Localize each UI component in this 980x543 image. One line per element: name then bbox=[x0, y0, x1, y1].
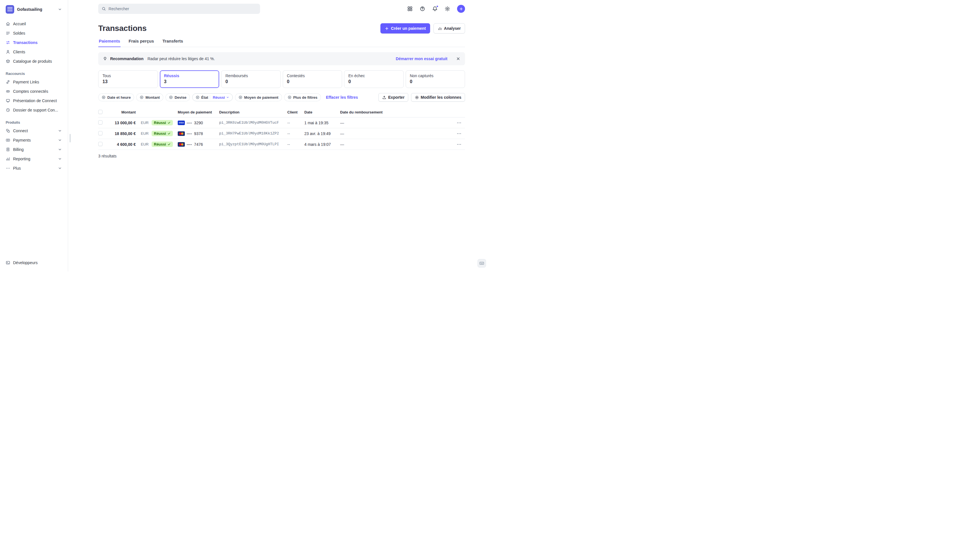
tab[interactable]: Transferts bbox=[162, 38, 184, 47]
row-overflow-menu-icon[interactable] bbox=[457, 131, 461, 136]
create-payment-button[interactable]: Créer un paiement bbox=[380, 23, 430, 33]
analyze-button[interactable]: Analyser bbox=[433, 23, 465, 33]
sidebar-product-item[interactable]: Reporting bbox=[3, 154, 64, 163]
sidebar-product-item[interactable]: Billing bbox=[3, 145, 64, 154]
column-header-client[interactable]: Client bbox=[287, 110, 304, 114]
column-header-amount[interactable]: Montant bbox=[108, 110, 138, 114]
edit-columns-button[interactable]: Modifier les colonnes bbox=[411, 93, 465, 102]
export-button[interactable]: Exporter bbox=[379, 93, 408, 102]
help-icon bbox=[420, 6, 425, 12]
filter-pill[interactable]: Devise bbox=[165, 93, 190, 101]
column-header-payment-method[interactable]: Moyen de paiement bbox=[178, 110, 219, 114]
filter-card[interactable]: Remboursés 0 bbox=[221, 70, 281, 88]
filter-card[interactable]: Non capturés 0 bbox=[406, 70, 465, 88]
close-icon[interactable] bbox=[456, 56, 460, 61]
sidebar-item[interactable]: Soldes bbox=[3, 29, 64, 37]
topbar-icon-button[interactable] bbox=[420, 6, 425, 12]
filter-pill[interactable]: Montant bbox=[136, 93, 163, 101]
filter-card[interactable]: En échec 0 bbox=[344, 70, 404, 88]
main-area: Transactions Créer un paiement Analyser bbox=[68, 0, 490, 272]
row-overflow-menu-icon[interactable] bbox=[457, 120, 461, 125]
chevron-down-icon bbox=[57, 157, 62, 161]
start-trial-link[interactable]: Démarrer mon essai gratuit bbox=[396, 56, 447, 61]
sidebar-shortcut-item[interactable]: Comptes connectés bbox=[3, 87, 64, 95]
row-checkbox[interactable] bbox=[98, 131, 102, 135]
payment-links-icon bbox=[6, 80, 10, 84]
sidebar-item-label: Catalogue de produits bbox=[13, 59, 52, 64]
column-header-description[interactable]: Description bbox=[219, 110, 287, 114]
description-cell: pi_3QyzptE1UblM0ydM0UgHTLPI bbox=[219, 142, 287, 146]
sidebar-shortcut-item[interactable]: Présentation de Connect bbox=[3, 96, 64, 105]
column-header-refund-date[interactable]: Date du remboursement bbox=[340, 110, 453, 114]
filter-card-label: Non capturés bbox=[410, 73, 461, 78]
topbar-icon-button[interactable] bbox=[407, 6, 413, 12]
filter-pill[interactable]: Plus de filtres bbox=[284, 93, 321, 101]
sidebar-item-label: Reporting bbox=[13, 157, 30, 161]
select-all-checkbox[interactable] bbox=[98, 110, 102, 114]
payment-method-cell: •••• 7476 bbox=[178, 142, 219, 147]
search-input[interactable] bbox=[108, 6, 257, 11]
tab[interactable]: Frais perçus bbox=[128, 38, 154, 47]
currency-cell: EUR bbox=[138, 121, 151, 125]
visa-icon: VISA bbox=[178, 121, 185, 125]
create-button[interactable] bbox=[457, 5, 465, 13]
refund-date-cell: — bbox=[340, 142, 453, 147]
home-icon bbox=[6, 22, 10, 26]
sidebar-product-item[interactable]: Payments bbox=[3, 136, 64, 144]
sidebar-scrollbar-thumb[interactable] bbox=[70, 134, 71, 143]
filter-pill-label: Devise bbox=[175, 95, 186, 100]
connect-icon bbox=[6, 129, 10, 133]
amount-cell: 13 000,00 € bbox=[108, 121, 138, 125]
sidebar-shortcuts-nav: Payment Links Comptes connectés Présenta… bbox=[3, 78, 64, 114]
connect-overview-icon bbox=[6, 98, 10, 103]
tab-bar: Paiements Frais perçus Transferts bbox=[98, 38, 465, 47]
filter-card[interactable]: Réussis 3 bbox=[160, 70, 220, 88]
search-bar[interactable] bbox=[98, 4, 260, 14]
sidebar-item-label: Soldes bbox=[13, 31, 25, 35]
check-icon bbox=[167, 132, 170, 135]
sidebar-item[interactable]: Accueil bbox=[3, 19, 64, 28]
support-folder-icon bbox=[6, 108, 10, 112]
sidebar-item-developers[interactable]: Développeurs bbox=[3, 258, 64, 267]
row-overflow-menu-icon[interactable] bbox=[457, 142, 461, 147]
keyboard-shortcuts-button[interactable] bbox=[477, 259, 486, 268]
plus-icon bbox=[385, 26, 389, 31]
filter-row: Date et heure Montant Devise bbox=[98, 93, 465, 102]
chevron-down-icon bbox=[226, 95, 229, 99]
sidebar-shortcut-item[interactable]: Dossier de support Con... bbox=[3, 106, 64, 114]
table-row[interactable]: 4 600,00 € EUR Réussi •••• bbox=[98, 139, 465, 150]
currency-cell: EUR bbox=[138, 131, 151, 136]
sidebar-product-item[interactable]: Connect bbox=[3, 126, 64, 135]
sidebar-item[interactable]: Transactions bbox=[3, 38, 64, 47]
sidebar-item-label: Transactions bbox=[13, 40, 38, 45]
sidebar-item-label: Billing bbox=[13, 147, 24, 152]
table-row[interactable]: 13 000,00 € EUR Réussi VISA •••• bbox=[98, 117, 465, 128]
sidebar-shortcut-item[interactable]: Payment Links bbox=[3, 78, 64, 86]
account-switcher[interactable]: Gofastsailing bbox=[3, 4, 64, 15]
filter-pill[interactable]: Moyen de paiement bbox=[235, 93, 282, 101]
tab[interactable]: Paiements bbox=[98, 38, 121, 47]
table-row[interactable]: 18 850,00 € EUR Réussi •••• bbox=[98, 128, 465, 139]
sidebar-item[interactable]: Clients bbox=[3, 48, 64, 56]
sidebar-item[interactable]: Catalogue de produits bbox=[3, 57, 64, 65]
clear-filters-link[interactable]: Effacer les filtres bbox=[326, 95, 358, 100]
client-cell: -- bbox=[287, 121, 304, 125]
topbar-icon-button[interactable] bbox=[432, 6, 438, 12]
sidebar-product-item[interactable]: Plus bbox=[3, 164, 64, 173]
keyboard-icon bbox=[479, 261, 484, 266]
row-checkbox[interactable] bbox=[98, 120, 102, 125]
banner-tag: Recommandation bbox=[110, 56, 143, 61]
filter-pill[interactable]: Date et heure bbox=[98, 93, 134, 101]
topbar-icon-button[interactable] bbox=[445, 6, 450, 12]
search-icon bbox=[102, 6, 106, 11]
filter-card[interactable]: Contestés 0 bbox=[283, 70, 342, 88]
row-checkbox[interactable] bbox=[98, 142, 102, 146]
filter-card-count: 0 bbox=[410, 79, 461, 84]
card-dots: •••• bbox=[187, 132, 192, 135]
filter-card[interactable]: Tous 13 bbox=[98, 70, 158, 88]
chevron-down-icon bbox=[57, 166, 62, 170]
topbar-icon-group bbox=[407, 6, 450, 12]
lightbulb-icon bbox=[103, 56, 107, 61]
column-header-date[interactable]: Date bbox=[304, 110, 340, 114]
filter-pill[interactable]: État Réussi bbox=[192, 93, 233, 101]
